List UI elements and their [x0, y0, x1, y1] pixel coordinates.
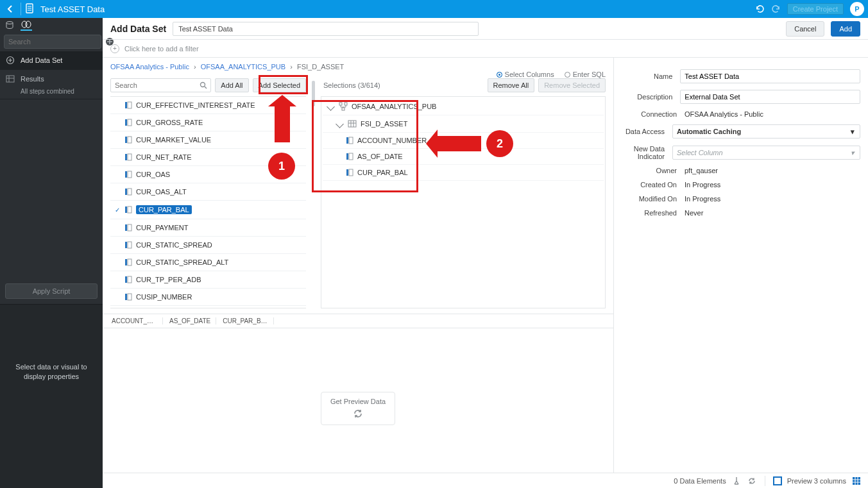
svg-rect-22 — [125, 171, 127, 178]
radio-select-columns[interactable]: Select Columns — [497, 71, 554, 78]
cancel-button[interactable]: Cancel — [786, 21, 824, 37]
svg-rect-36 — [125, 294, 127, 300]
footer-preview-icon[interactable] — [773, 476, 782, 485]
columns-pane: OFSAA Analytics - Public › OFSAA_ANALYTI… — [103, 58, 614, 488]
back-button[interactable] — [4, 3, 17, 15]
sidebar-item-add-data-set[interactable]: Add Data Set — [0, 51, 103, 69]
available-column-item[interactable]: CUR_PAYMENT — [110, 219, 306, 237]
sidebar-item-label: Results — [21, 75, 44, 83]
prop-name-input[interactable] — [680, 69, 860, 83]
add-button[interactable]: Add — [831, 21, 860, 37]
column-name: CUR_OAS_ALT — [136, 188, 187, 196]
available-column-item[interactable]: CUR_STATIC_SPREAD — [110, 237, 306, 254]
dataset-header-label: Add Data Set — [110, 24, 166, 34]
footer-pin-icon[interactable] — [731, 476, 742, 486]
svg-rect-40 — [342, 108, 345, 110]
plus-circle-icon — [5, 55, 15, 65]
available-columns-list[interactable]: CUR_EFFECTIVE_INTEREST_RATECUR_GROSS_RAT… — [110, 96, 306, 308]
selections-label: Selections (3/614) — [323, 81, 380, 89]
available-column-item[interactable]: CUR_TP_PER_ADB — [110, 271, 306, 289]
available-column-item[interactable]: CUR_GROSS_RATE — [110, 114, 306, 131]
prop-ndi-select[interactable]: Select Column▾ — [672, 146, 860, 160]
svg-rect-33 — [128, 259, 132, 265]
dataset-name-input[interactable] — [173, 22, 479, 36]
available-column-item[interactable]: CUR_NET_RATE — [110, 149, 306, 166]
footer-grid-icon[interactable] — [851, 476, 862, 486]
column-icon — [124, 101, 132, 109]
column-icon — [124, 171, 132, 178]
column-name: CUR_PAYMENT — [136, 224, 189, 231]
prop-description-input[interactable] — [680, 90, 860, 104]
tab-elements-icon[interactable] — [21, 19, 32, 31]
svg-rect-38 — [339, 103, 342, 105]
available-column-item[interactable]: CUR_MARKET_VALUE — [110, 131, 306, 149]
column-icon — [346, 153, 353, 160]
column-name: CUSIP_NUMBER — [136, 293, 192, 301]
tree-column-node[interactable]: AS_OF_DATE — [323, 149, 604, 165]
column-search-input[interactable] — [110, 78, 211, 92]
footer-refresh-icon[interactable] — [747, 476, 757, 486]
left-sidebar: Add Data Set Results All steps combined … — [0, 18, 103, 488]
apply-script-button[interactable]: Apply Script — [5, 283, 98, 299]
available-column-item[interactable]: CUR_OAS_ALT — [110, 183, 306, 201]
column-icon — [124, 119, 132, 126]
undo-icon[interactable] — [753, 2, 767, 16]
footer-column-cell[interactable]: ACCOUNT_NUM... — [106, 317, 163, 324]
splitter-handle[interactable] — [311, 78, 316, 308]
column-name: CUR_MARKET_VALUE — [136, 136, 211, 144]
tree-column-node[interactable]: ACCOUNT_NUMBER — [323, 133, 604, 149]
available-column-item[interactable]: CUSIP_NUMBER — [110, 289, 306, 306]
sidebar-bottom-pane: Select data or visual to display propert… — [0, 304, 103, 489]
add-filter-icon[interactable]: + — [110, 44, 119, 53]
tab-data-icon[interactable] — [4, 19, 15, 31]
svg-rect-23 — [128, 171, 132, 178]
available-column-item[interactable]: CUR_STATIC_SPREAD_ALT — [110, 254, 306, 271]
chevron-down-icon: ▾ — [851, 128, 855, 136]
create-project-button[interactable]: Create Project — [787, 3, 844, 15]
sidebar-results-sub: All steps combined — [0, 88, 103, 99]
column-icon — [124, 153, 132, 161]
column-icon — [124, 136, 132, 144]
tree-table-node[interactable]: FSI_D_ASSET — [323, 115, 604, 133]
prop-label-owner: Owner — [614, 167, 685, 174]
radio-enter-sql[interactable]: Enter SQL — [565, 71, 606, 78]
available-column-item[interactable]: ✓CUR_PAR_BAL — [110, 201, 306, 219]
tree-column-node[interactable]: CUR_PAR_BAL — [323, 165, 604, 181]
sidebar-item-results[interactable]: Results — [0, 70, 103, 88]
filter-bar[interactable]: + Click here to add a filter — [103, 40, 868, 58]
breadcrumb-link[interactable]: OFSAA_ANALYTICS_PUB — [201, 63, 285, 71]
footer-column-cell[interactable]: CUR_PAR_BAL — [217, 317, 274, 324]
column-footer-strip: ACCOUNT_NUM...AS_OF_DATECUR_PAR_BAL — [103, 314, 613, 328]
search-icon[interactable] — [200, 81, 207, 89]
preview-button[interactable]: Get Preview Data — [321, 392, 395, 425]
redo-icon[interactable] — [769, 2, 783, 16]
main-area: Add Data Set Cancel Add + Click here to … — [103, 18, 868, 488]
prop-owner-value: pft_qauser — [685, 167, 860, 174]
column-icon — [124, 241, 132, 249]
available-column-item[interactable]: CUR_EFFECTIVE_INTEREST_RATE — [110, 97, 306, 114]
breadcrumb-link[interactable]: OFSAA Analytics - Public — [110, 63, 189, 71]
tree-schema-node[interactable]: OFSAA_ANALYTICS_PUB — [323, 98, 604, 115]
column-name: CUR_OAS — [136, 171, 170, 178]
add-selected-button[interactable]: Add Selected — [253, 78, 306, 92]
column-icon — [124, 293, 132, 301]
breadcrumb: OFSAA Analytics - Public › OFSAA_ANALYTI… — [103, 58, 613, 71]
dataset-header: Add Data Set Cancel Add — [103, 18, 868, 40]
footer-column-cell[interactable]: AS_OF_DATE — [164, 317, 216, 324]
table-icon — [348, 119, 357, 128]
sidebar-search-input[interactable] — [4, 35, 101, 49]
remove-all-button[interactable]: Remove All — [488, 78, 535, 92]
column-name: CUR_STATIC_SPREAD — [136, 241, 212, 249]
add-all-button[interactable]: Add All — [215, 78, 248, 92]
available-column-item[interactable]: CUR_OAS — [110, 166, 306, 183]
column-icon — [124, 276, 132, 283]
svg-rect-34 — [125, 276, 127, 283]
user-avatar[interactable]: P — [850, 2, 864, 16]
filter-hint: Click here to add a filter — [124, 45, 199, 53]
svg-rect-19 — [128, 137, 132, 143]
prop-data-access-select[interactable]: Automatic Caching▾ — [672, 124, 860, 139]
svg-rect-49 — [346, 169, 348, 176]
svg-rect-25 — [128, 189, 132, 195]
chevron-down-icon: ▾ — [851, 149, 855, 157]
selected-tree[interactable]: OFSAA_ANALYTICS_PUBFSI_D_ASSETACCOUNT_NU… — [321, 96, 606, 308]
